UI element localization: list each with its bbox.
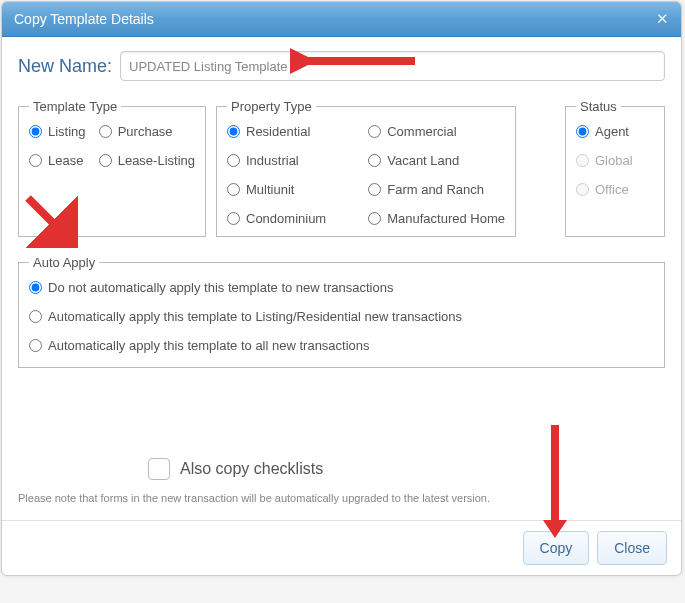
property-type-farm-ranch[interactable]: Farm and Ranch [368, 182, 505, 197]
dialog-title: Copy Template Details [14, 11, 154, 27]
annotation-arrow-auto-apply [18, 188, 78, 248]
also-copy-row: Also copy checklists [148, 458, 665, 480]
close-icon[interactable]: ✕ [656, 10, 669, 28]
dialog-footer: Copy Close [2, 520, 681, 575]
template-type-purchase[interactable]: Purchase [99, 124, 195, 139]
status-office: Office [576, 182, 654, 197]
also-copy-checkbox[interactable] [148, 458, 170, 480]
dialog-content: New Name: Template Type Listing Purchase… [2, 37, 681, 520]
auto-apply-contextual[interactable]: Automatically apply this template to Lis… [29, 309, 654, 324]
status-legend: Status [576, 99, 621, 114]
status-global: Global [576, 153, 654, 168]
template-type-listing[interactable]: Listing [29, 124, 91, 139]
auto-apply-legend: Auto Apply [29, 255, 99, 270]
dialog-title-bar: Copy Template Details ✕ [2, 2, 681, 37]
fieldsets-row: Template Type Listing Purchase Lease Lea… [18, 99, 665, 237]
property-type-manufactured[interactable]: Manufactured Home [368, 211, 505, 226]
close-button[interactable]: Close [597, 531, 667, 565]
property-type-group: Property Type Residential Commercial Ind… [216, 99, 516, 237]
property-type-multiunit[interactable]: Multiunit [227, 182, 360, 197]
property-type-commercial[interactable]: Commercial [368, 124, 505, 139]
template-type-lease[interactable]: Lease [29, 153, 91, 168]
property-type-industrial[interactable]: Industrial [227, 153, 360, 168]
property-type-residential[interactable]: Residential [227, 124, 360, 139]
status-agent[interactable]: Agent [576, 124, 654, 139]
property-type-condominium[interactable]: Condominium [227, 211, 360, 226]
annotation-arrow-copy [535, 420, 575, 540]
new-name-label: New Name: [18, 56, 112, 77]
auto-apply-none[interactable]: Do not automatically apply this template… [29, 280, 654, 295]
auto-apply-group: Auto Apply Do not automatically apply th… [18, 255, 665, 368]
also-copy-label: Also copy checklists [180, 460, 323, 478]
template-type-legend: Template Type [29, 99, 121, 114]
auto-apply-all[interactable]: Automatically apply this template to all… [29, 338, 654, 353]
annotation-arrow-name [290, 46, 420, 76]
property-type-vacant-land[interactable]: Vacant Land [368, 153, 505, 168]
template-type-lease-listing[interactable]: Lease-Listing [99, 153, 195, 168]
status-group: Status Agent Global Office [565, 99, 665, 237]
property-type-legend: Property Type [227, 99, 316, 114]
svg-line-1 [28, 198, 63, 233]
copy-template-dialog: Copy Template Details ✕ New Name: Templa… [1, 1, 682, 576]
